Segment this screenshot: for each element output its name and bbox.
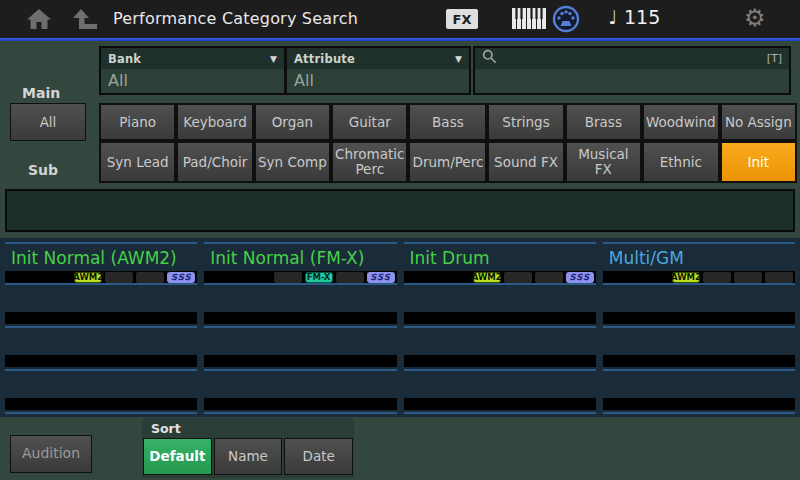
attribute-label: Attribute: [294, 52, 355, 66]
fmx-badge: FM-X: [305, 272, 333, 283]
empty-list-cell: [204, 371, 396, 414]
category-strings[interactable]: Strings: [488, 104, 563, 140]
performance-item[interactable]: Init Normal (FM-X) FM-X SSS: [204, 242, 396, 285]
sort-date-button[interactable]: Date: [284, 438, 353, 475]
search-value: [475, 69, 789, 71]
tempo-display[interactable]: ♩ 115: [608, 6, 660, 28]
empty-badge-slot: [535, 272, 563, 283]
category-guitar[interactable]: Guitar: [332, 104, 407, 140]
text-entry-hint: [T]: [767, 52, 782, 65]
empty-list-cell: [603, 285, 795, 328]
audition-button[interactable]: Audition: [10, 435, 92, 473]
category-brass[interactable]: Brass: [566, 104, 641, 140]
empty-list-cell: [603, 371, 795, 414]
category-no-assign[interactable]: No Assign: [721, 104, 796, 140]
performance-name: Init Normal (AWM2): [5, 244, 197, 271]
empty-badge-slot: [336, 272, 364, 283]
bank-label: Bank: [108, 52, 141, 66]
badge-strip: AWM2 SSS: [404, 271, 596, 283]
sort-name-button[interactable]: Name: [214, 438, 283, 475]
category-piano[interactable]: Piano: [100, 104, 175, 140]
empty-list-cell: [603, 328, 795, 371]
category-pad-choir[interactable]: Pad/Choir: [177, 142, 252, 182]
attribute-dropdown[interactable]: Attribute ▼ All: [285, 46, 471, 95]
performance-name: Init Normal (FM-X): [204, 244, 396, 271]
page-title: Performance Category Search: [113, 9, 358, 28]
quarter-note-icon: ♩: [608, 6, 617, 28]
sss-badge: SSS: [566, 272, 594, 283]
search-icon: [482, 49, 497, 68]
badge-strip: AWM2 SSS: [5, 271, 197, 283]
chevron-down-icon: ▼: [270, 54, 277, 64]
empty-badge-slot: [734, 272, 762, 283]
top-bar: Performance Category Search FX: [0, 0, 800, 38]
keyboard-icon[interactable]: [512, 8, 546, 30]
fx-badge[interactable]: FX: [446, 9, 478, 29]
category-ethnic[interactable]: Ethnic: [643, 142, 719, 182]
performance-item[interactable]: Init Normal (AWM2) AWM2 SSS: [5, 242, 197, 285]
category-all-button[interactable]: All: [10, 103, 86, 141]
home-icon[interactable]: [26, 7, 52, 31]
empty-badge-slot: [105, 272, 133, 283]
sub-label: Sub: [28, 162, 58, 178]
empty-list-cell: [404, 328, 596, 371]
sort-panel: Sort Default Name Date: [142, 418, 354, 478]
performance-name: Init Drum: [404, 244, 596, 271]
tempo-value: 115: [624, 6, 660, 28]
category-organ[interactable]: Organ: [255, 104, 330, 140]
midi-icon[interactable]: [552, 5, 580, 33]
badge-strip: AWM2: [603, 271, 795, 283]
category-chromatic-perc[interactable]: Chromatic Perc: [332, 142, 407, 182]
main-category-grid: Piano Keyboard Organ Guitar Bass Strings…: [99, 103, 797, 183]
bank-value: All: [101, 69, 284, 90]
sort-label: Sort: [142, 418, 354, 436]
empty-list-cell: [204, 328, 396, 371]
awm2-badge: AWM2: [672, 272, 700, 283]
header-accent-line: [0, 38, 800, 41]
attribute-value: All: [287, 69, 469, 90]
gear-icon[interactable]: ⚙: [744, 4, 766, 32]
empty-badge-slot: [504, 272, 532, 283]
empty-badge-slot: [765, 272, 793, 283]
category-syn-lead[interactable]: Syn Lead: [100, 142, 175, 182]
bank-dropdown[interactable]: Bank ▼ All: [99, 46, 286, 95]
category-woodwind[interactable]: Woodwind: [643, 104, 719, 140]
empty-badge-slot: [274, 272, 302, 283]
performance-name: Multi/GM: [603, 244, 795, 271]
sub-category-area: [5, 189, 795, 232]
sss-badge: SSS: [367, 272, 395, 283]
footer-bar: Audition Sort Default Name Date: [0, 417, 800, 480]
badge-strip: FM-X SSS: [204, 271, 396, 283]
performance-item[interactable]: Init Drum AWM2 SSS: [404, 242, 596, 285]
performance-item[interactable]: Multi/GM AWM2: [603, 242, 795, 285]
category-sound-fx[interactable]: Sound FX: [488, 142, 563, 182]
awm2-badge: AWM2: [74, 272, 102, 283]
empty-list-cell: [404, 371, 596, 414]
awm2-badge: AWM2: [473, 272, 501, 283]
chevron-down-icon: ▼: [455, 54, 462, 64]
empty-badge-slot: [136, 272, 164, 283]
category-syn-comp[interactable]: Syn Comp: [255, 142, 330, 182]
empty-list-cell: [5, 285, 197, 328]
main-label: Main: [22, 85, 60, 101]
performance-category-search-screen: Performance Category Search FX: [0, 0, 800, 480]
empty-list-cell: [204, 285, 396, 328]
sss-badge: SSS: [167, 272, 195, 283]
sort-default-button[interactable]: Default: [143, 438, 212, 475]
category-musical-fx[interactable]: Musical FX: [566, 142, 641, 182]
performance-list: Init Normal (AWM2) AWM2 SSS Init Normal …: [0, 238, 800, 417]
exit-up-icon[interactable]: [72, 7, 98, 31]
empty-list-cell: [5, 328, 197, 371]
category-drum-perc[interactable]: Drum/Perc: [409, 142, 486, 182]
empty-list-cell: [5, 371, 197, 414]
search-input[interactable]: [T]: [473, 46, 791, 95]
empty-badge-slot: [703, 272, 731, 283]
category-init[interactable]: Init: [721, 142, 796, 182]
category-keyboard[interactable]: Keyboard: [177, 104, 252, 140]
category-bass[interactable]: Bass: [409, 104, 486, 140]
empty-list-cell: [404, 285, 596, 328]
